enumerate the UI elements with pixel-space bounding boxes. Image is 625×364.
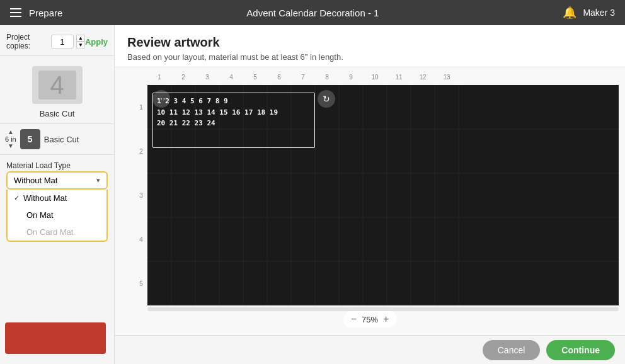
row-3: 3	[136, 173, 146, 217]
dropdown-item-on-mat[interactable]: On Mat	[8, 207, 106, 224]
basic-cut-label2: Basic Cut	[44, 135, 79, 144]
mat-number: 4	[38, 71, 76, 100]
mat-thumbnail: 4	[32, 66, 83, 104]
menu-icon[interactable]	[10, 8, 21, 17]
bell-icon: 🔔	[563, 6, 576, 20]
dropdown-menu: ✓ Without Mat On Mat On Card Mat	[6, 190, 108, 242]
design-box: 1 2 3 4 5 6 7 8 9 10 11 12 13 14 15 16 1…	[152, 93, 315, 148]
grid-area: ··· ↻ 1 2 3 4 5 6 7 8 9 10 11 12 13 14 1…	[147, 85, 619, 305]
row-2: 2	[136, 129, 146, 173]
size-down-button[interactable]: ▼	[8, 143, 14, 149]
material-thumbnail-red	[5, 322, 106, 354]
row-4: 4	[136, 217, 146, 261]
row-5: 5	[136, 261, 146, 305]
col-6: 6	[267, 74, 291, 81]
sidebar: Project copies: ▲ ▼ Apply 4 Basic Cut	[0, 25, 115, 364]
main-content: Review artwork Based on your layout, mat…	[115, 25, 625, 364]
apply-button[interactable]: Apply	[85, 37, 108, 47]
col-9: 9	[339, 74, 363, 81]
mat-badge: 5	[20, 129, 40, 149]
material-load-type-label: Material Load Type	[0, 157, 114, 171]
bottom-bar: Cancel Continue	[115, 335, 625, 364]
project-title: Advent Calendar Decoration - 1	[246, 8, 379, 18]
size-up-button[interactable]: ▲	[8, 129, 14, 135]
review-header: Review artwork Based on your layout, mat…	[115, 25, 625, 67]
dropdown-item-on-card-mat: On Card Mat	[8, 224, 106, 241]
zoom-level: 75%	[362, 315, 378, 324]
material-load-type-dropdown: Without Mat ▾ ✓ Without Mat On Mat On Ca…	[6, 171, 108, 190]
grid-numbers-top: 1 2 3 4 5 6 7 8 9 10 11 12 13	[147, 74, 459, 81]
checkmark-icon: ✓	[14, 194, 20, 202]
dropdown-option-on-mat: On Mat	[26, 210, 54, 220]
col-4: 4	[219, 74, 243, 81]
copies-down-button[interactable]: ▼	[76, 42, 85, 48]
col-2: 2	[171, 74, 195, 81]
canvas-wrapper: 1 2 3 4 5 6 7 8 9 10 11 12 13 1 2 3 4 5	[115, 67, 625, 335]
design-line3: 20 21 22 23 24	[157, 118, 311, 129]
dropdown-trigger[interactable]: Without Mat ▾	[6, 171, 108, 190]
dropdown-option-on-card-mat: On Card Mat	[26, 227, 73, 237]
project-copies-row: Project copies: ▲ ▼ Apply	[0, 30, 114, 56]
prepare-label: Prepare	[29, 8, 62, 18]
col-11: 11	[387, 74, 411, 81]
col-5: 5	[243, 74, 267, 81]
refresh-button[interactable]: ↻	[318, 90, 335, 108]
material-strip: ▲ 6 in ▼ 5 Basic Cut	[0, 127, 114, 152]
dropdown-item-without-mat[interactable]: ✓ Without Mat	[8, 190, 106, 207]
col-3: 3	[195, 74, 219, 81]
cancel-button[interactable]: Cancel	[483, 340, 541, 360]
review-title: Review artwork	[127, 35, 612, 50]
grid-numbers-left: 1 2 3 4 5	[136, 85, 146, 305]
dropdown-selected-value: Without Mat	[14, 176, 57, 185]
review-subtitle: Based on your layout, material must be a…	[127, 52, 612, 62]
copies-input[interactable]	[51, 35, 74, 48]
size-control: ▲ 6 in ▼	[5, 129, 16, 149]
zoom-increase-button[interactable]: +	[383, 314, 389, 325]
zoom-decrease-button[interactable]: −	[351, 314, 357, 325]
col-8: 8	[315, 74, 339, 81]
col-12: 12	[411, 74, 435, 81]
design-line1: 1 2 3 4 5 6 7 8 9	[157, 96, 311, 107]
row-1: 1	[136, 85, 146, 129]
dropdown-option-without-mat: Without Mat	[23, 193, 67, 203]
zoom-controls: − 75% +	[343, 311, 397, 327]
col-7: 7	[291, 74, 315, 81]
continue-button[interactable]: Continue	[546, 340, 615, 360]
basic-cut-label: Basic Cut	[40, 109, 75, 118]
col-13: 13	[435, 74, 459, 81]
copies-up-button[interactable]: ▲	[76, 35, 85, 42]
design-content: 1 2 3 4 5 6 7 8 9 10 11 12 13 14 15 16 1…	[153, 93, 314, 132]
device-label: Maker 3	[583, 8, 615, 18]
chevron-down-icon: ▾	[96, 176, 100, 185]
col-10: 10	[363, 74, 387, 81]
project-copies-label: Project copies:	[6, 33, 51, 50]
col-1: 1	[147, 74, 171, 81]
design-line2: 10 11 12 13 14 15 16 17 18 19	[157, 107, 311, 118]
